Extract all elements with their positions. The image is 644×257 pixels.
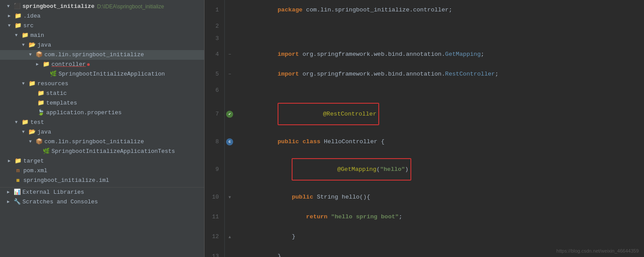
sidebar-item-package[interactable]: ▼ 📦 com.lin.springboot_initialize [0, 50, 204, 60]
string-hello: "hello" [380, 166, 405, 173]
line-number: 7 [205, 96, 224, 132]
line-code[interactable]: } [235, 246, 644, 257]
keyword: class [303, 138, 321, 145]
code-text: com.lin.springboot_initialize.controller… [306, 7, 452, 13]
sidebar-label-spring-test: SpringbootInitializeApplicationTests [51, 147, 175, 156]
line-number: 4 [205, 44, 224, 64]
folder-icon: 📁 [37, 99, 45, 108]
line-code[interactable]: } [235, 227, 644, 246]
spring-class-icon: 🌿 [49, 70, 57, 79]
table-row: 13 } [205, 246, 644, 257]
java-src-folder-icon: 📂 [28, 41, 36, 50]
line-gutter [224, 0, 235, 20]
sidebar-item-iml[interactable]: ◼ springboot_initialize.iml [0, 176, 204, 185]
red-dot-indicator [87, 63, 90, 66]
arrow-icon: ▼ [22, 128, 28, 137]
table-row: 6 [205, 84, 644, 96]
line-number: 2 [205, 20, 224, 32]
sidebar-path-root: D:\IDEA\springboot_initialize [97, 2, 164, 11]
fold-down-icon[interactable]: ▾ [228, 194, 231, 201]
sidebar-label-test: test [30, 118, 44, 127]
sidebar-label-java-test: java [37, 128, 51, 137]
sidebar-label-controller: controller [51, 60, 86, 69]
sidebar-item-java-test[interactable]: ▼ 📂 java [0, 127, 204, 137]
folder-icon: 📁 [42, 60, 50, 69]
table-row: 1 package com.lin.springboot_initialize.… [205, 0, 644, 20]
semicolon: ; [481, 51, 484, 58]
line-number: 8 [205, 132, 224, 152]
sidebar-item-appprops[interactable]: 🍃 application.properties [0, 108, 204, 118]
spring-test-icon: 🌿 [42, 147, 50, 156]
sidebar-item-root[interactable]: ▼ ⬛ springboot_initialize D:\IDEA\spring… [0, 2, 204, 11]
annotation-text: @RestController [323, 111, 377, 117]
sidebar-item-scratches[interactable]: ▶ 🔧 Scratches and Consoles [0, 197, 204, 207]
folder-icon: 📁 [37, 89, 45, 98]
line-code[interactable]: return "hello spring boot"; [235, 207, 644, 227]
sidebar-label-main: main [30, 31, 44, 40]
brace: } [278, 253, 281, 257]
line-gutter: c [224, 132, 235, 152]
line-code[interactable] [235, 84, 644, 96]
import-class: GetMapping [445, 51, 481, 58]
arrow-icon: ▼ [22, 80, 28, 88]
code-editor[interactable]: 1 package com.lin.springboot_initialize.… [205, 0, 644, 257]
sidebar-item-src[interactable]: ▼ 📁 src [0, 21, 204, 31]
line-gutter: ✔ [224, 96, 235, 132]
sidebar-label-java-src: java [37, 41, 51, 50]
line-number: 6 [205, 84, 224, 96]
line-code[interactable]: public class HelloController { [235, 132, 644, 152]
type-name: String hello(){ [317, 194, 370, 200]
sidebar-item-extlib[interactable]: ▶ 📊 External Libraries [0, 187, 204, 197]
line-code[interactable]: public String hello(){ [235, 187, 644, 207]
line-code[interactable]: @RestController [235, 96, 644, 132]
sidebar-item-spring-test[interactable]: 🌿 SpringbootInitializeApplicationTests [0, 147, 204, 156]
table-row: 4 – import org.springframework.web.bind.… [205, 44, 644, 64]
folder-icon: 📁 [21, 31, 29, 40]
sidebar-item-idea[interactable]: ▶ 📁 .idea [0, 11, 204, 21]
sidebar-item-resources[interactable]: ▼ 📁 resources [0, 79, 204, 89]
sidebar-label-resources: resources [37, 80, 68, 88]
semicolon: ; [495, 71, 498, 77]
fold-icon[interactable]: – [228, 71, 231, 77]
sidebar-item-static[interactable]: 📁 static [0, 89, 204, 98]
fold-up-icon[interactable]: ▴ [228, 233, 231, 240]
table-row: 9 @GetMapping("hello") [205, 152, 644, 187]
line-code[interactable] [235, 32, 644, 44]
line-gutter: – [224, 44, 235, 64]
line-code[interactable]: @GetMapping("hello") [235, 152, 644, 187]
line-number: 5 [205, 64, 224, 84]
arrow-icon: ▶ [7, 198, 13, 206]
line-number: 13 [205, 246, 224, 257]
module-icon: ⬛ [13, 2, 21, 11]
line-code[interactable]: package com.lin.springboot_initialize.co… [235, 0, 644, 20]
table-row: 11 return "hello spring boot"; [205, 207, 644, 227]
line-code[interactable]: import org.springframework.web.bind.anno… [235, 64, 644, 84]
sidebar-label-spring-app: SpringbootInitializeApplication [59, 70, 165, 79]
line-gutter [224, 20, 235, 32]
table-row: 12 ▴ } [205, 227, 644, 246]
sidebar-item-target[interactable]: ▶ 📁 target [0, 156, 204, 166]
sidebar-item-java-src[interactable]: ▼ 📂 java [0, 40, 204, 50]
project-sidebar[interactable]: ▼ ⬛ springboot_initialize D:\IDEA\spring… [0, 0, 205, 257]
sidebar-item-test[interactable]: ▼ 📁 test [0, 118, 204, 127]
sidebar-item-templates[interactable]: 📁 templates [0, 98, 204, 108]
sidebar-label-idea: .idea [23, 12, 40, 21]
iml-icon: ◼ [14, 176, 22, 185]
package-icon: 📦 [35, 51, 43, 59]
fold-icon[interactable]: – [228, 51, 231, 58]
code-table: 1 package com.lin.springboot_initialize.… [205, 0, 644, 257]
sidebar-item-controller[interactable]: ▶ 📁 controller [0, 60, 204, 69]
sidebar-item-test-package[interactable]: ▼ 📦 com.lin.springboot_initialize [0, 137, 204, 147]
sidebar-item-pom[interactable]: m pom.xml [0, 166, 204, 176]
arrow-icon: ▼ [7, 2, 13, 11]
sidebar-item-spring-app[interactable]: 🌿 SpringbootInitializeApplication [0, 69, 204, 79]
folder-icon: 📁 [14, 157, 22, 166]
brace: } [292, 233, 295, 240]
sidebar-item-main[interactable]: ▼ 📁 main [0, 31, 204, 40]
keyword: public [292, 194, 313, 200]
semicolon: ; [399, 214, 402, 220]
sidebar-label-pom: pom.xml [23, 167, 48, 175]
line-code[interactable]: import org.springframework.web.bind.anno… [235, 44, 644, 64]
line-gutter: ▾ [224, 187, 235, 207]
line-code[interactable] [235, 20, 644, 32]
